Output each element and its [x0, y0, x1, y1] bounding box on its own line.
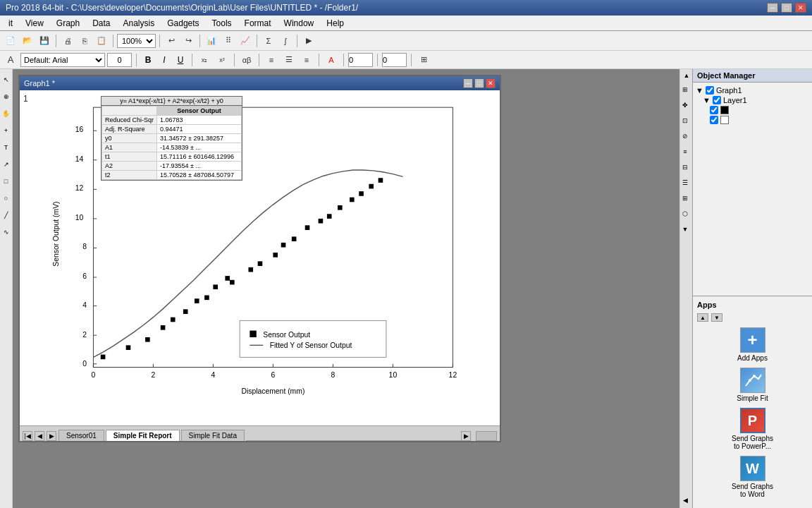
tree-layer1[interactable]: ▼ Layer1: [703, 95, 809, 105]
more-btn[interactable]: ▶: [301, 33, 316, 49]
menu-it[interactable]: it: [3, 17, 18, 30]
rect-tool[interactable]: □: [1, 174, 11, 189]
line-btn[interactable]: 📈: [238, 33, 253, 49]
rt-btn-2[interactable]: ⊞: [680, 82, 690, 97]
rt-btn-8[interactable]: ☰: [680, 175, 690, 190]
maximize-button[interactable]: □: [781, 3, 792, 13]
fit-btn[interactable]: ∫: [278, 33, 293, 49]
menu-graph[interactable]: Graph: [51, 17, 85, 30]
menu-bar: it View Graph Data Analysis Gadgets Tool…: [0, 16, 812, 31]
svg-rect-55: [350, 198, 355, 202]
tree-dataset2-checkbox[interactable]: [710, 116, 718, 124]
simple-fit-label: Simple Fit: [737, 394, 768, 402]
tab-simple-fit-data[interactable]: Simple Fit Data: [181, 430, 245, 441]
italic-button[interactable]: I: [157, 53, 171, 67]
menu-format[interactable]: Format: [239, 17, 277, 30]
menu-gadgets[interactable]: Gadgets: [161, 17, 204, 30]
superscript-btn[interactable]: x²: [214, 52, 230, 68]
rt-btn-4[interactable]: ⊡: [680, 113, 690, 128]
greek-btn[interactable]: αβ: [239, 52, 254, 68]
graph-close-btn[interactable]: ✕: [486, 78, 496, 88]
apps-scroll-up[interactable]: ▲: [697, 313, 708, 322]
tab-nav-first[interactable]: |◀: [23, 431, 32, 441]
bold-button[interactable]: B: [141, 53, 155, 67]
copy-btn[interactable]: ⎘: [77, 33, 92, 49]
stats-btn[interactable]: Σ: [261, 33, 276, 49]
align-center-btn[interactable]: ☰: [281, 52, 297, 68]
line-width-input[interactable]: [348, 53, 373, 67]
graph-minimize-btn[interactable]: ─: [463, 78, 473, 88]
tree-layer1-checkbox[interactable]: [713, 96, 721, 104]
line-style-input[interactable]: [382, 53, 407, 67]
line-draw-tool[interactable]: ╱: [1, 207, 11, 223]
data-tool[interactable]: +: [1, 123, 11, 138]
subscript-btn[interactable]: x₂: [197, 52, 212, 68]
menu-data[interactable]: Data: [87, 17, 116, 30]
menu-help[interactable]: Help: [321, 17, 350, 30]
rt-btn-10[interactable]: ⬡: [680, 206, 690, 222]
close-button[interactable]: ✕: [795, 3, 806, 13]
menu-analysis[interactable]: Analysis: [118, 17, 161, 30]
chart-btn[interactable]: 📊: [204, 33, 219, 49]
graph-maximize-btn[interactable]: □: [474, 78, 484, 88]
title-text: Pro 2018 64-bit - C:\Users\developer\Doc…: [6, 3, 358, 13]
rt-btn-9[interactable]: ⊞: [680, 190, 690, 206]
paste-btn[interactable]: 📋: [94, 33, 109, 49]
rt-btn-6[interactable]: ≡: [680, 144, 690, 159]
minimize-button[interactable]: ─: [767, 3, 778, 13]
new-btn[interactable]: 📄: [3, 33, 18, 49]
curve-tool[interactable]: ∿: [1, 224, 11, 240]
tab-nav-scroll-right[interactable]: ▶: [461, 431, 471, 441]
tab-nav-next[interactable]: ▶: [47, 431, 56, 441]
redo-btn[interactable]: ↪: [180, 33, 196, 49]
menu-view[interactable]: View: [20, 17, 49, 30]
tree-graph1-checkbox[interactable]: [706, 86, 714, 95]
rt-btn-5[interactable]: ⊘: [680, 128, 690, 144]
arrow-tool[interactable]: ↗: [1, 157, 11, 172]
zoom-tool[interactable]: ⊕: [1, 89, 11, 104]
sep3: [159, 35, 160, 47]
rt-btn-1[interactable]: ▲: [680, 69, 693, 82]
tab-simple-fit-report[interactable]: Simple Fit Report: [106, 430, 180, 441]
font-size-input[interactable]: [107, 53, 132, 67]
left-tools-panel: ↖ ⊕ ✋ + T ↗ □ ○ ╱ ∿: [0, 69, 13, 508]
fit-row-a2-label: A2: [102, 162, 157, 171]
tab-scroll-bar[interactable]: [476, 431, 497, 441]
right-panel: Object Manager ▼ Graph1 ▼ Layer1: [692, 69, 812, 508]
rt-btn-3[interactable]: ✤: [680, 97, 690, 113]
scatter-btn[interactable]: ⠿: [221, 33, 236, 49]
app-add-apps[interactable]: + Add Apps: [697, 327, 808, 362]
apps-scroll-down[interactable]: ▼: [711, 313, 722, 322]
font-family-select[interactable]: Default: Arial: [20, 53, 105, 67]
zoom-select[interactable]: 100% 75% 50% 150%: [117, 34, 156, 48]
more-tools-btn[interactable]: ⊞: [416, 52, 431, 68]
undo-btn[interactable]: ↩: [164, 33, 179, 49]
rt-btn-7[interactable]: ⊟: [680, 159, 690, 175]
save-btn[interactable]: 💾: [37, 33, 52, 49]
tab-sensor01[interactable]: Sensor01: [59, 430, 104, 441]
print-btn[interactable]: 🖨: [60, 33, 75, 49]
tree-dataset1-checkbox[interactable]: [710, 106, 718, 114]
tree-graph1[interactable]: ▼ Graph1: [696, 85, 809, 95]
app-send-word[interactable]: W Send Graphsto Word: [697, 456, 808, 498]
open-btn[interactable]: 📂: [20, 33, 35, 49]
menu-window[interactable]: Window: [278, 17, 320, 30]
pointer-tool[interactable]: ↖: [1, 72, 11, 87]
tree-dataset1[interactable]: [710, 105, 809, 115]
pan-tool[interactable]: ✋: [1, 106, 11, 121]
align-left-btn[interactable]: ≡: [264, 52, 279, 68]
tree-dataset2[interactable]: [710, 115, 809, 125]
font-color-btn[interactable]: A: [324, 52, 339, 68]
app-simple-fit[interactable]: Simple Fit: [697, 368, 808, 402]
svg-rect-46: [248, 267, 253, 272]
circle-tool[interactable]: ○: [1, 190, 11, 206]
menu-tools[interactable]: Tools: [207, 17, 238, 30]
align-right-btn[interactable]: ≡: [299, 52, 314, 68]
rt-btn-11[interactable]: ▼: [680, 222, 690, 237]
rt-btn-collapse[interactable]: ◀: [680, 492, 690, 508]
app-send-ppt[interactable]: P Send Graphsto PowerP...: [697, 408, 808, 450]
underline-button[interactable]: U: [173, 53, 187, 67]
text-tool[interactable]: T: [1, 140, 11, 155]
tab-nav-prev[interactable]: ◀: [35, 431, 44, 441]
svg-text:Fitted Y of Sensor Output: Fitted Y of Sensor Output: [270, 341, 352, 349]
